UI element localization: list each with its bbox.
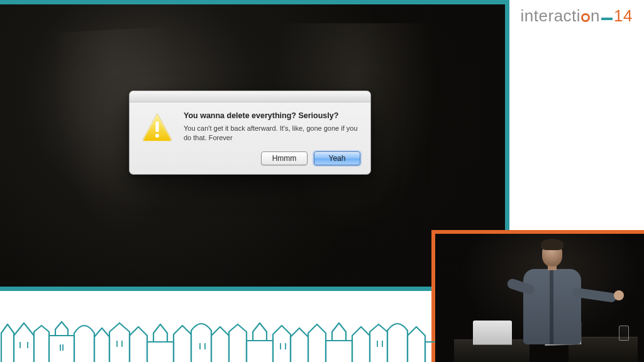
- skyline-decoration: [0, 310, 435, 362]
- confirm-button[interactable]: Yeah: [314, 151, 360, 165]
- cancel-button[interactable]: Hmmm: [261, 151, 308, 165]
- logo-text-prefix: interacti: [521, 6, 581, 25]
- dialog-body: You wanna delete everything? Seriously? …: [130, 102, 370, 149]
- logo-year: 14: [614, 6, 633, 26]
- logo-underscore-icon: [601, 18, 613, 20]
- speaker-video: [431, 230, 644, 362]
- logo-text-suffix: n: [591, 6, 600, 25]
- warning-icon: [140, 111, 175, 143]
- alert-dialog: You wanna delete everything? Seriously? …: [129, 90, 371, 175]
- svg-point-1: [155, 134, 159, 138]
- dialog-title: You wanna delete everything? Seriously?: [184, 111, 359, 120]
- dialog-titlebar[interactable]: [130, 91, 370, 102]
- conference-logo: interactin14: [521, 6, 633, 26]
- dialog-message: You can't get it back afterward. It's, l…: [184, 124, 359, 143]
- dialog-button-row: Hmmm Yeah: [130, 149, 370, 174]
- logo-o-icon: [581, 13, 590, 22]
- laptop-icon: [473, 321, 512, 344]
- svg-rect-0: [155, 121, 158, 132]
- water-glass-icon: [619, 326, 629, 341]
- speaker-figure: [518, 236, 587, 362]
